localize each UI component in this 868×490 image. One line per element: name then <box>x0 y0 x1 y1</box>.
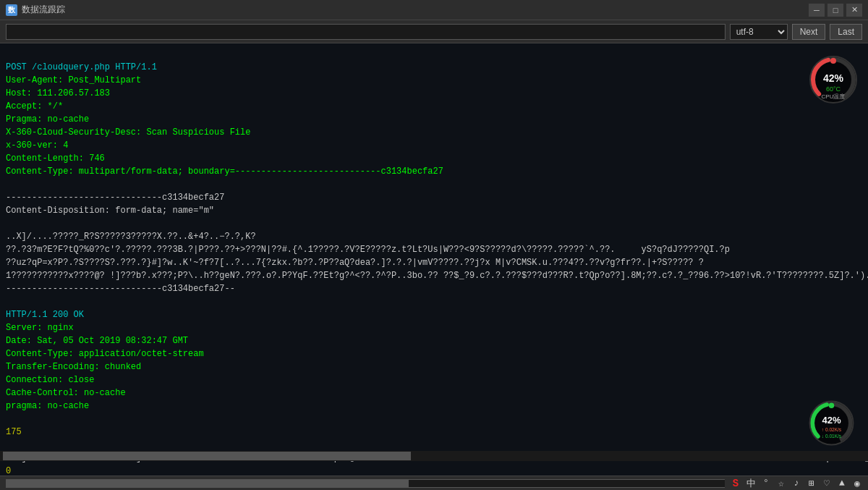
line-4: Accept: */* <box>6 101 63 111</box>
line-13: ??.?3?m?E?F?tQ?%0??c'?.?????.???3B.?|P??… <box>6 245 730 255</box>
line-3: Host: 111.206.57.183 <box>6 88 110 98</box>
line-8: Content-Length: 746 <box>6 153 105 164</box>
line-2: User-Agent: Post_Multipart <box>6 75 141 85</box>
line-6: X-360-Cloud-Security-Desc: Scan Suspicio… <box>6 127 250 138</box>
titlebar-left: 数 数据流跟踪 <box>6 4 65 16</box>
app-icon: 数 <box>6 4 17 16</box>
toolbar: utf-8 gbk ascii utf-16 Next Last <box>0 20 868 43</box>
tray-icon-s[interactable]: S <box>729 477 742 490</box>
line-14: ??uz?qP=x?P?.?S????S?.???.?}#]?w..K'~?f?… <box>6 258 704 268</box>
app-title: 数据流跟踪 <box>22 4 65 16</box>
line-24: pragma: no-cache <box>6 401 89 411</box>
main-content: POST /cloudquery.php HTTP/1.1 User-Agent… <box>0 43 868 476</box>
status-scrollbar-thumb <box>7 480 409 487</box>
line-15: 1???????????x????@? !]???b?.x???;P?\..h?… <box>6 271 868 281</box>
line-9: Content-Type: multipart/form-data; bound… <box>6 166 443 177</box>
line-1: POST /cloudquery.php HTTP/1.1 <box>6 62 157 72</box>
tray-icon-lang[interactable]: 中 <box>744 477 757 490</box>
line-22: Connection: close <box>6 375 94 385</box>
tray-icon-3[interactable]: ♪ <box>790 477 803 490</box>
close-button[interactable]: ✕ <box>846 4 862 17</box>
line-21: Transfer-Encoding: chunked <box>6 362 141 372</box>
line-10: ------------------------------c3134becfa… <box>6 193 224 203</box>
last-button[interactable]: Last <box>830 24 862 40</box>
line-5: Pragma: no-cache <box>6 114 89 124</box>
tray-icon-2[interactable]: ☆ <box>775 477 788 490</box>
horizontal-scrollbar[interactable] <box>0 451 868 461</box>
line-20: Content-Type: application/octet-stream <box>6 349 204 359</box>
maximize-button[interactable]: □ <box>827 4 843 17</box>
system-tray: S 中 ° ☆ ♪ ⊞ ♡ ▲ ◉ <box>725 476 868 490</box>
tray-icon-1[interactable]: ° <box>760 477 773 490</box>
titlebar-controls: ─ □ ✕ <box>809 4 862 17</box>
next-button[interactable]: Next <box>792 24 826 40</box>
line-19: Date: Sat, 05 Oct 2019 08:32:47 GMT <box>6 336 188 346</box>
tray-icon-7[interactable]: ◉ <box>851 477 864 490</box>
line-18: Server: nginx <box>6 323 74 333</box>
tray-icon-5[interactable]: ♡ <box>820 477 833 490</box>
line-12: ..X]/....?????_R?S?????3?????X.??..&+4?.… <box>6 232 256 242</box>
text-area[interactable]: POST /cloudquery.php HTTP/1.1 User-Agent… <box>0 43 868 476</box>
encoding-select[interactable]: utf-8 gbk ascii utf-16 <box>730 24 788 40</box>
line-25: 175 <box>6 427 22 437</box>
line-7: x-360-ver: 4 <box>6 140 68 151</box>
line-11: Content-Disposition: form-data; name="m" <box>6 206 214 216</box>
search-input[interactable] <box>6 24 726 40</box>
tray-icon-4[interactable]: ⊞ <box>805 477 818 490</box>
titlebar: 数 数据流跟踪 ─ □ ✕ <box>0 0 868 20</box>
minimize-button[interactable]: ─ <box>809 4 825 17</box>
line-16: ------------------------------c3134becfa… <box>6 284 235 294</box>
tray-icon-6[interactable]: ▲ <box>835 477 848 490</box>
scrollbar-thumb[interactable] <box>3 452 411 460</box>
line-27: 0 <box>6 466 11 476</box>
line-17: HTTP/1.1 200 OK <box>6 310 84 320</box>
line-23: Cache-Control: no-cache <box>6 388 126 398</box>
